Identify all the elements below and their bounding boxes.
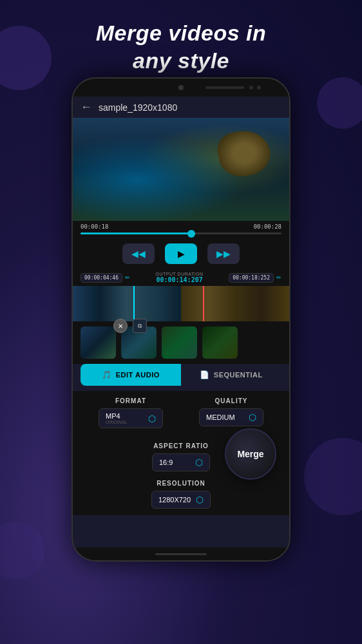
filmstrip-marker-left <box>133 286 135 321</box>
filmstrip-right <box>181 286 289 321</box>
bg-decoration-3 <box>304 438 362 515</box>
aspect-ratio-arrow-icon: ⬡ <box>195 457 203 468</box>
duration-row: 00:00:04:46 ✏ OUTPUT DURATION 00:00:14:2… <box>73 269 289 286</box>
phone-speaker <box>205 86 244 89</box>
quality-arrow-icon: ⬡ <box>249 412 256 422</box>
timestamp-end: 00:00:28 <box>254 223 281 230</box>
duration-left: 00:00:04:46 ✏ <box>81 273 130 283</box>
clip-thumb-3 <box>162 327 197 359</box>
progress-bar-container[interactable] <box>73 232 289 238</box>
filmstrip-left <box>73 286 181 321</box>
phone-screen: ← sample_1920x1080 00:00:18 00:00:28 <box>73 97 289 547</box>
duration-center: OUTPUT DURATION 00:00:14:207 <box>156 272 204 283</box>
format-arrow-icon: ⬡ <box>148 413 156 424</box>
clip-thumb-4 <box>202 327 238 359</box>
back-button[interactable]: ← <box>81 100 92 114</box>
page-title-section: Merge videos in any style <box>0 0 362 87</box>
duration-right: 00:00:18:252 ✏ <box>229 273 281 283</box>
fast-forward-icon: ▶▶ <box>216 249 231 259</box>
clip-thumb-4-img <box>202 327 238 359</box>
phone-bottom-bar <box>73 547 289 560</box>
progress-bar-fill <box>81 232 191 234</box>
timestamp-start: 00:00:18 <box>81 223 108 230</box>
action-tabs: 🎵 EDIT AUDIO 📄 SEQUENTIAL <box>81 364 281 386</box>
app-title: sample_1920x1080 <box>99 102 177 113</box>
copy-icon: ⧉ <box>138 323 142 330</box>
aspect-ratio-label: ASPECT RATIO <box>153 442 209 450</box>
resolution-row: RESOLUTION 1280X720 ⬡ <box>86 480 276 509</box>
quality-col: QUALITY MEDIUM ⬡ <box>186 397 276 428</box>
phone-frame: ← sample_1920x1080 00:00:18 00:00:28 <box>71 77 291 562</box>
duration-right-value: 00:00:18:252 <box>229 273 274 283</box>
timestamps-row: 00:00:18 00:00:28 <box>73 221 289 232</box>
phone-dot-right <box>257 86 261 90</box>
rewind-icon: ◀◀ <box>131 249 146 259</box>
phone-home-indicator <box>155 553 207 555</box>
resolution-value: 1280X720 <box>158 496 191 504</box>
play-button[interactable]: ▶ <box>165 243 197 264</box>
edit-audio-tab[interactable]: 🎵 EDIT AUDIO <box>81 364 181 386</box>
rewind-button[interactable]: ◀◀ <box>122 243 155 264</box>
format-col: FORMAT MP4 ORIGINAL ⬡ <box>86 397 176 428</box>
format-label: FORMAT <box>115 397 146 404</box>
phone-top-bar <box>73 79 289 97</box>
settings-grid: FORMAT MP4 ORIGINAL ⬡ QUALITY <box>86 397 276 428</box>
output-duration-label: OUTPUT DURATION <box>156 272 204 276</box>
clip-copy-button[interactable]: ⧉ <box>133 319 147 333</box>
aspect-ratio-merge-row: ASPECT RATIO 16:9 ⬡ Merge <box>86 428 276 480</box>
progress-thumb[interactable] <box>187 230 195 238</box>
play-icon: ▶ <box>178 249 185 259</box>
duration-left-value: 00:00:04:46 <box>81 273 122 283</box>
video-preview <box>73 118 289 221</box>
fast-forward-button[interactable]: ▶▶ <box>207 243 240 264</box>
settings-section: FORMAT MP4 ORIGINAL ⬡ QUALITY <box>73 391 289 515</box>
progress-bar-track[interactable] <box>81 232 281 234</box>
resolution-label: RESOLUTION <box>157 480 205 487</box>
edit-audio-label: EDIT AUDIO <box>116 371 160 379</box>
resolution-dropdown[interactable]: 1280X720 ⬡ <box>151 491 211 509</box>
quality-dropdown[interactable]: MEDIUM ⬡ <box>199 408 263 426</box>
sequential-label: SEQUENTIAL <box>214 371 263 379</box>
page-title: Merge videos in any style <box>0 19 362 74</box>
clip-thumb-1-img <box>81 327 116 359</box>
format-sublabel: ORIGINAL <box>106 420 127 424</box>
merge-button[interactable]: Merge <box>225 428 276 480</box>
phone-mockup: ← sample_1920x1080 00:00:18 00:00:28 <box>71 77 291 562</box>
phone-camera <box>178 85 184 90</box>
quality-value: MEDIUM <box>206 413 235 421</box>
filmstrip-marker-right <box>203 286 204 321</box>
phone-dot-left <box>249 86 253 90</box>
edit-left-icon[interactable]: ✏ <box>125 274 130 281</box>
quality-label: QUALITY <box>215 397 248 404</box>
aspect-ratio-dropdown[interactable]: 16:9 ⬡ <box>152 453 210 471</box>
clip-thumbnails: ✕ ⧉ <box>73 321 289 364</box>
output-duration-value: 00:00:14:207 <box>156 276 204 283</box>
filmstrip <box>73 286 289 321</box>
edit-audio-icon: 🎵 <box>102 370 112 379</box>
format-dropdown[interactable]: MP4 ORIGINAL ⬡ <box>99 408 163 428</box>
clip-thumb-3-img <box>162 327 197 359</box>
clip-thumb-1 <box>81 327 116 359</box>
resolution-arrow-icon: ⬡ <box>196 495 204 505</box>
playback-controls: ◀◀ ▶ ▶▶ <box>73 238 289 269</box>
edit-right-icon[interactable]: ✏ <box>276 274 281 281</box>
app-header: ← sample_1920x1080 <box>73 97 289 118</box>
format-value: MP4 <box>106 412 127 420</box>
sequential-icon: 📄 <box>200 370 210 379</box>
close-icon: ✕ <box>118 323 123 330</box>
clip-thumb-2-wrapper: ✕ ⧉ <box>121 327 157 359</box>
sequential-tab[interactable]: 📄 SEQUENTIAL <box>181 364 281 386</box>
merge-btn-container: Merge <box>225 428 276 480</box>
bg-decoration-4 <box>0 522 45 580</box>
clip-close-button[interactable]: ✕ <box>113 319 128 333</box>
aspect-ratio-value: 16:9 <box>159 459 173 466</box>
